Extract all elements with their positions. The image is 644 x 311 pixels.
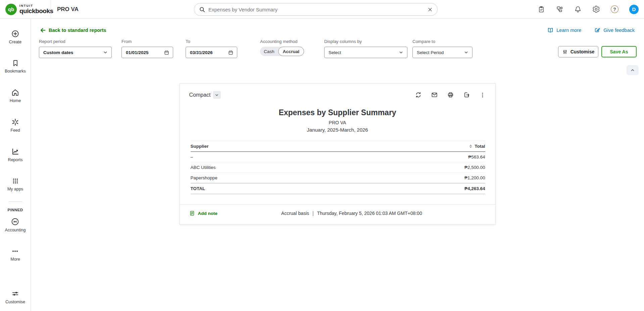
email-icon[interactable]	[431, 91, 438, 98]
sidebar-item-home[interactable]: Home	[10, 88, 21, 103]
home-icon	[11, 88, 19, 97]
refresh-icon[interactable]	[415, 91, 422, 98]
report-title: Expenses by Supplier Summary	[180, 108, 495, 117]
sidebar-item-label: Home	[10, 98, 21, 103]
calendar-icon[interactable]	[164, 50, 169, 55]
workflows-icon[interactable]	[556, 5, 563, 13]
display-columns-by-label: Display columns by	[324, 39, 407, 44]
sidebar-item-label: Reports	[8, 158, 23, 162]
sidebar-item-accounting[interactable]: Accounting	[5, 217, 26, 232]
accounting-method-label: Accounting method	[260, 39, 304, 44]
report-period: January, 2025-March, 2026	[180, 127, 495, 133]
plus-circle-icon	[11, 30, 19, 38]
quickbooks-logo[interactable]: qb INTUIT quickbooks	[0, 0, 51, 18]
save-as-button[interactable]: Save As	[601, 46, 637, 57]
sidebar-divider	[9, 202, 22, 202]
table-header-row: Supplier Total	[191, 141, 485, 152]
print-icon[interactable]	[447, 91, 454, 98]
total-column-header[interactable]: Total	[468, 144, 485, 149]
settings-icon[interactable]	[592, 5, 600, 13]
total-header-label: Total	[475, 144, 485, 149]
more-options-icon[interactable]	[479, 92, 486, 98]
chevron-down-icon	[398, 50, 404, 55]
learn-more-label: Learn more	[556, 28, 581, 33]
supplier-cell: Papershoppe	[191, 175, 217, 180]
sidebar-item-label: More	[10, 257, 20, 262]
report-company: PRO VA	[180, 120, 495, 125]
report-table: Supplier Total – ₱563.64 ABC Utilities ₱…	[191, 141, 485, 194]
quickbooks-wordmark: quickbooks	[19, 8, 53, 14]
book-icon	[547, 27, 554, 34]
accrual-option[interactable]: Accrual	[278, 47, 304, 56]
calendar-icon[interactable]	[228, 50, 234, 55]
report-page: Back to standard reports Learn more Give…	[31, 19, 644, 311]
from-date-field[interactable]: 01/01/2025	[121, 47, 173, 58]
sidebar-item-feed[interactable]: Feed	[10, 118, 20, 133]
sidebar-item-label: Accounting	[5, 228, 26, 232]
tasks-icon[interactable]	[538, 6, 545, 13]
navbar-actions: ? D	[538, 5, 644, 14]
back-to-standard-reports-link[interactable]: Back to standard reports	[40, 27, 106, 34]
sort-icon	[468, 144, 473, 148]
table-row[interactable]: Papershoppe ₱1,200.00	[191, 173, 485, 183]
footer-divider: |	[312, 211, 314, 216]
sliders-icon	[11, 290, 19, 298]
report-period-dropdown[interactable]: Custom dates	[39, 47, 112, 58]
customise-button[interactable]: Customise	[558, 46, 598, 57]
help-icon[interactable]: ?	[611, 5, 618, 13]
sidebar-item-label: Create	[9, 40, 22, 44]
compare-to-label: Compare to	[412, 39, 473, 44]
company-name: PRO VA	[57, 6, 79, 13]
table-row[interactable]: – ₱563.64	[191, 152, 485, 162]
give-feedback-label: Give feedback	[603, 28, 635, 33]
table-row[interactable]: ABC Utilities ₱2,500.00	[191, 162, 485, 173]
chevron-down-icon	[213, 91, 221, 99]
density-value: Compact	[189, 92, 211, 98]
sidebar-item-more[interactable]: More	[10, 247, 20, 262]
report-basis-timestamp: Accrual basis|Thursday, February 5, 2026…	[217, 211, 486, 216]
sidebar-item-bookmarks[interactable]: Bookmarks	[5, 59, 26, 74]
global-search[interactable]	[194, 3, 438, 16]
sidebar-item-create[interactable]: Create	[9, 30, 22, 44]
supplier-column-header: Supplier	[191, 144, 209, 149]
report-filter-bar: Report period Custom dates From 01/01/20…	[31, 36, 644, 72]
sidebar-item-reports[interactable]: Reports	[8, 147, 23, 162]
grid-dots-icon	[11, 177, 19, 185]
back-arrow-icon	[40, 27, 46, 34]
accounting-bowtie-icon	[11, 217, 19, 226]
export-icon[interactable]	[463, 91, 470, 98]
learn-more-link[interactable]: Learn more	[547, 27, 581, 34]
to-date-value: 03/31/2026	[190, 50, 228, 55]
avatar[interactable]: D	[629, 5, 639, 14]
accrual-basis-text: Accrual basis	[281, 211, 309, 216]
intuit-wordmark: INTUIT	[19, 4, 53, 7]
to-date-field[interactable]: 03/31/2026	[186, 47, 237, 58]
pinned-heading: PINNED	[8, 208, 23, 212]
cash-option[interactable]: Cash	[260, 47, 278, 56]
chevron-up-icon	[630, 68, 635, 73]
bookmark-icon	[11, 59, 19, 67]
compare-to-dropdown[interactable]: Select Period	[412, 47, 473, 58]
display-columns-by-dropdown[interactable]: Select	[324, 47, 407, 58]
search-clear-icon[interactable]	[428, 7, 433, 12]
from-date-value: 01/01/2025	[126, 50, 164, 55]
compare-to-value: Select Period	[417, 50, 463, 55]
sidebar-item-customise[interactable]: Customise	[5, 290, 25, 304]
feed-burst-icon	[11, 118, 19, 126]
customise-button-label: Customise	[571, 49, 595, 54]
search-input[interactable]	[208, 7, 425, 12]
give-feedback-link[interactable]: Give feedback	[594, 27, 635, 34]
notifications-icon[interactable]	[574, 6, 582, 13]
sidebar-item-my-apps[interactable]: My apps	[7, 177, 23, 191]
sidebar-item-label: Bookmarks	[5, 69, 26, 74]
sidebar: Create Bookmarks Home Feed Reports My ap…	[0, 19, 31, 311]
add-note-link[interactable]: Add note	[189, 210, 218, 216]
search-icon	[199, 6, 205, 13]
collapse-filters-button[interactable]	[627, 65, 639, 75]
ellipsis-icon	[11, 247, 19, 255]
vertical-sliders-icon	[562, 49, 568, 55]
density-selector[interactable]: Compact	[189, 91, 221, 99]
qb-logo-mark: qb	[8, 6, 14, 12]
table-total-row: TOTAL ₱4,263.64	[191, 183, 485, 194]
supplier-cell: –	[191, 154, 193, 160]
